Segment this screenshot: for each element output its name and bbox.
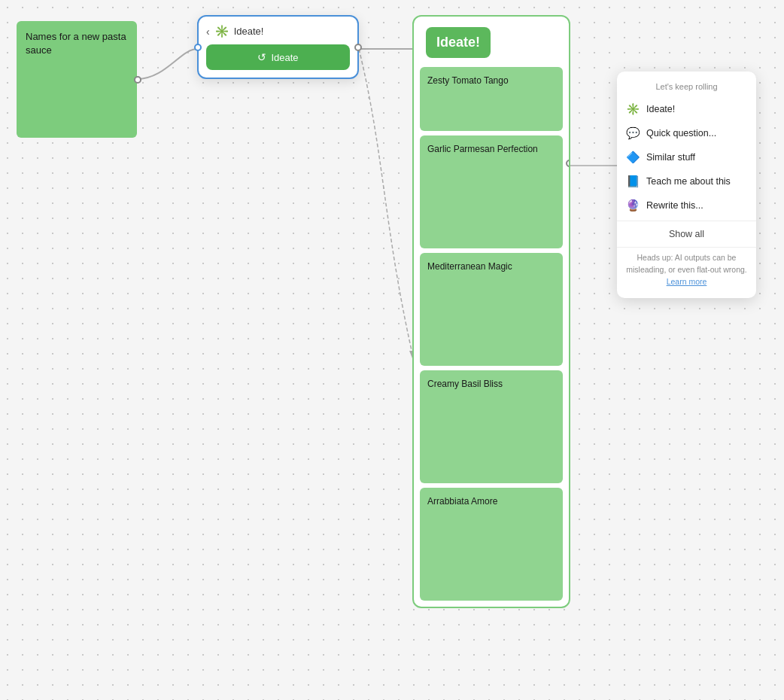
popup-right-dot [354, 44, 362, 51]
source-node-right-dot [134, 76, 141, 84]
rolling-similar-icon: 🔷 [626, 151, 640, 164]
ideate-popup-header: ‹ ✳️ Ideate! [206, 24, 350, 38]
result-card-label-3: Creamy Basil Bliss [427, 379, 503, 389]
rolling-item-teach[interactable]: 📘 Teach me about this [617, 169, 756, 193]
ideate-button-label: Ideate [271, 52, 298, 63]
heads-up-message: Heads up: AI outputs can be misleading, … [626, 253, 747, 274]
rolling-ideate-icon: ✳️ [626, 102, 640, 116]
ideate-popup-title: Ideate! [234, 26, 264, 37]
heads-up-text: Heads up: AI outputs can be misleading, … [617, 247, 756, 291]
rolling-ideate-label: Ideate! [646, 104, 675, 114]
source-node-label: Names for a new pasta sauce [26, 31, 126, 56]
rolling-teach-label: Teach me about this [646, 176, 731, 187]
rolling-quick-question-icon: 💬 [626, 126, 640, 140]
canvas: Names for a new pasta sauce ‹ ✳️ Ideate!… [0, 0, 784, 700]
back-arrow-icon[interactable]: ‹ [206, 26, 210, 38]
result-card-label-1: Garlic Parmesan Perfection [427, 144, 538, 154]
result-card-3[interactable]: Creamy Basil Bliss [420, 370, 563, 483]
rolling-item-quick-question[interactable]: 💬 Quick question... [617, 121, 756, 145]
ideate-popup: ‹ ✳️ Ideate! ↺ Ideate [197, 15, 359, 79]
rolling-divider [617, 221, 756, 221]
result-card-4[interactable]: Arrabbiata Amore [420, 488, 563, 601]
result-card-0[interactable]: Zesty Tomato Tango [420, 67, 563, 131]
rolling-quick-question-label: Quick question... [646, 128, 716, 138]
ideate-button[interactable]: ↺ Ideate [206, 44, 350, 70]
rolling-popup: Let's keep rolling ✳️ Ideate! 💬 Quick qu… [617, 72, 756, 298]
ideate-result-header: Ideate! [426, 27, 491, 58]
popup-left-dot [194, 44, 202, 51]
result-card-label-4: Arrabbiata Amore [427, 496, 497, 507]
rolling-item-rewrite[interactable]: 🔮 Rewrite this... [617, 193, 756, 218]
result-card-label-2: Mediterranean Magic [427, 261, 512, 272]
result-cards: Zesty Tomato Tango Garlic Parmesan Perfe… [414, 67, 569, 601]
ideate-sparkle-icon: ✳️ [214, 24, 229, 38]
rolling-popup-title: Let's keep rolling [617, 79, 756, 97]
result-card-2[interactable]: Mediterranean Magic [420, 253, 563, 366]
rolling-rewrite-label: Rewrite this... [646, 200, 703, 211]
rolling-item-similar[interactable]: 🔷 Similar stuff [617, 145, 756, 169]
source-node: Names for a new pasta sauce [17, 21, 137, 138]
ideate-result-container: Ideate! Zesty Tomato Tango Garlic Parmes… [412, 15, 570, 608]
result-card-1[interactable]: Garlic Parmesan Perfection [420, 135, 563, 248]
ideate-button-refresh-icon: ↺ [257, 51, 266, 63]
rolling-teach-icon: 📘 [626, 175, 640, 188]
learn-more-link[interactable]: Learn more [667, 277, 707, 286]
show-all-button[interactable]: Show all [617, 224, 756, 244]
rolling-similar-label: Similar stuff [646, 152, 695, 163]
rolling-item-ideate[interactable]: ✳️ Ideate! [617, 97, 756, 121]
result-card-label-0: Zesty Tomato Tango [427, 75, 509, 86]
rolling-rewrite-icon: 🔮 [626, 199, 640, 212]
result-right-dot [566, 160, 570, 167]
